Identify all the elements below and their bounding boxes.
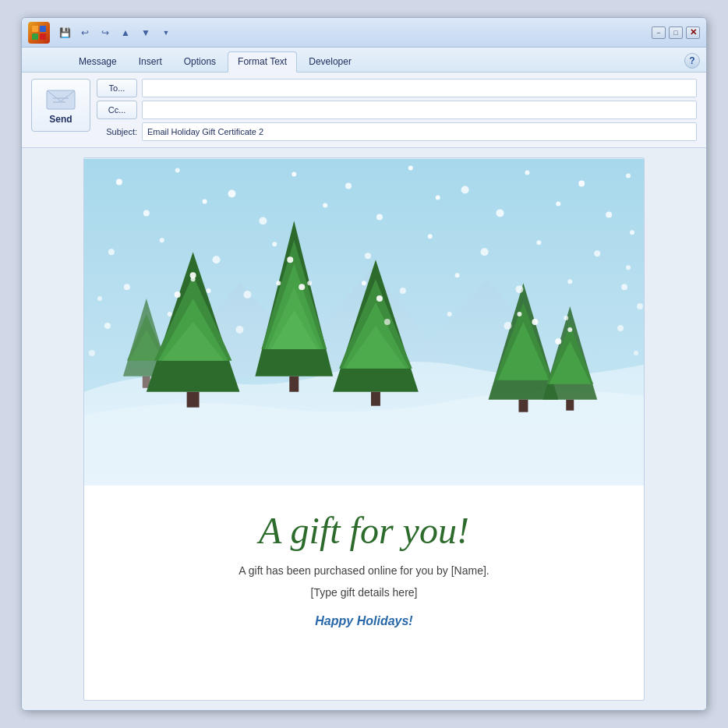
email-fields: To... Cc... Subject:	[97, 79, 697, 141]
up-button[interactable]: ▲	[117, 24, 134, 41]
down-button[interactable]: ▼	[137, 24, 154, 41]
cc-row: Cc...	[97, 101, 697, 119]
svg-point-80	[504, 322, 512, 330]
svg-point-57	[160, 238, 164, 242]
to-button[interactable]: To...	[97, 79, 137, 97]
tab-options[interactable]: Options	[174, 51, 226, 72]
svg-point-74	[621, 284, 627, 290]
svg-point-83	[190, 272, 196, 278]
cc-button[interactable]: Cc...	[97, 101, 137, 119]
svg-point-92	[532, 319, 538, 325]
tab-insert[interactable]: Insert	[129, 51, 172, 72]
svg-rect-23	[289, 376, 299, 392]
restore-button[interactable]: □	[669, 27, 683, 39]
svg-point-47	[143, 210, 150, 216]
logo-cell-2	[40, 26, 46, 32]
office-logo	[28, 22, 50, 44]
tab-message[interactable]: Message	[69, 51, 127, 72]
svg-point-55	[606, 211, 612, 217]
close-button[interactable]: ✕	[686, 27, 700, 39]
svg-point-89	[362, 281, 366, 285]
svg-rect-17	[187, 392, 200, 408]
svg-point-82	[617, 325, 624, 331]
svg-point-97	[634, 351, 638, 355]
email-content: A gift for you! A gift has been purchase…	[83, 157, 645, 701]
svg-point-65	[630, 230, 634, 235]
quick-access-toolbar: 💾 ↩ ↪ ▲ ▼ ▼	[56, 24, 175, 41]
svg-point-42	[408, 166, 413, 171]
svg-point-77	[235, 326, 243, 334]
gift-closing: Happy Holidays!	[115, 614, 613, 628]
svg-point-44	[525, 171, 529, 175]
main-window: 💾 ↩ ↪ ▲ ▼ ▼ − □ ✕ Message Insert Options…	[21, 17, 707, 711]
svg-rect-36	[566, 400, 574, 411]
send-icon	[45, 86, 76, 111]
redo-button[interactable]: ↪	[97, 24, 114, 41]
svg-point-71	[455, 273, 460, 277]
save-button[interactable]: 💾	[56, 24, 73, 41]
subject-row: Subject:	[97, 122, 697, 141]
send-button[interactable]: Send	[31, 79, 90, 132]
svg-point-37	[116, 179, 122, 186]
send-label: Send	[49, 114, 72, 125]
tab-developer[interactable]: Developer	[299, 51, 362, 72]
svg-point-50	[323, 203, 327, 207]
svg-point-38	[175, 168, 180, 173]
svg-point-87	[276, 281, 281, 285]
svg-point-56	[108, 249, 115, 255]
svg-rect-32	[518, 400, 528, 412]
to-input[interactable]	[142, 79, 697, 97]
svg-point-90	[376, 295, 383, 302]
svg-point-78	[384, 319, 391, 325]
svg-point-73	[567, 279, 572, 284]
svg-point-61	[428, 234, 433, 239]
svg-point-75	[104, 323, 111, 329]
svg-point-81	[564, 316, 568, 320]
svg-point-59	[272, 242, 277, 246]
svg-point-70	[400, 288, 406, 294]
subject-label: Subject:	[97, 127, 137, 136]
ribbon-menu: Message Insert Options Format Text Devel…	[22, 48, 706, 72]
svg-point-98	[89, 350, 95, 356]
svg-point-88	[299, 284, 305, 290]
gift-details: [Type gift details here]	[115, 586, 613, 599]
svg-point-93	[567, 327, 572, 332]
svg-point-72	[515, 285, 523, 293]
logo-cell-3	[32, 34, 38, 40]
svg-point-46	[626, 174, 631, 178]
svg-point-49	[259, 217, 267, 224]
logo-cell-1	[32, 26, 38, 32]
logo-cell-4	[40, 34, 46, 40]
svg-point-60	[365, 253, 371, 259]
help-button[interactable]: ?	[684, 53, 700, 69]
undo-button[interactable]: ↩	[76, 24, 94, 41]
svg-rect-28	[371, 392, 380, 406]
minimize-button[interactable]: −	[652, 27, 666, 39]
svg-point-39	[228, 189, 235, 197]
gift-subtitle: A gift has been purchased online for you…	[115, 564, 613, 577]
svg-point-64	[594, 250, 600, 256]
svg-point-51	[376, 214, 383, 220]
svg-point-68	[243, 291, 251, 299]
gift-title: A gift for you!	[115, 509, 613, 552]
svg-point-91	[517, 312, 521, 316]
svg-point-45	[578, 181, 585, 187]
svg-point-48	[203, 199, 207, 203]
email-header: Send To... Cc... Subject:	[22, 72, 706, 148]
svg-point-96	[637, 303, 643, 309]
subject-input[interactable]	[142, 122, 697, 141]
svg-point-66	[124, 284, 130, 290]
svg-point-58	[213, 256, 221, 263]
svg-point-79	[447, 312, 452, 316]
window-controls: − □ ✕	[652, 27, 700, 39]
svg-point-76	[168, 312, 172, 316]
svg-point-63	[536, 240, 541, 245]
svg-point-41	[345, 182, 352, 189]
svg-point-62	[481, 248, 489, 256]
svg-point-85	[175, 292, 181, 298]
to-row: To...	[97, 79, 697, 97]
holiday-image	[84, 158, 644, 486]
cc-input[interactable]	[142, 101, 697, 119]
tab-format-text[interactable]: Format Text	[228, 51, 297, 72]
customize-button[interactable]: ▼	[157, 24, 175, 41]
